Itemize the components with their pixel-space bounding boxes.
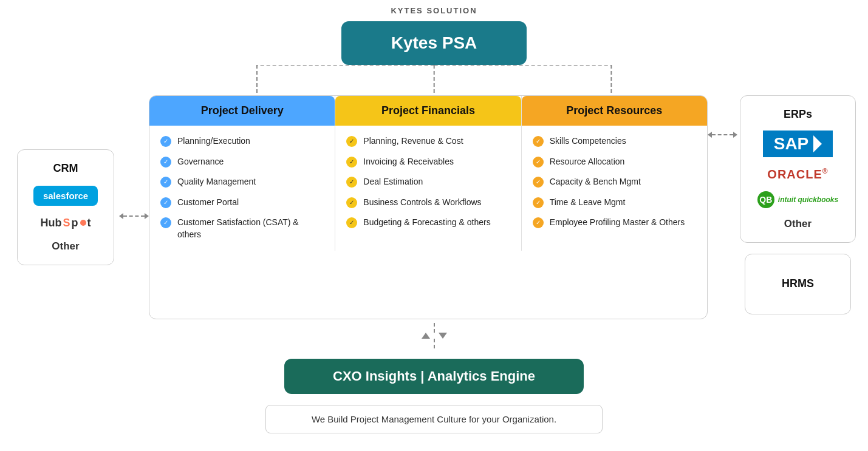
center-modules-box: Project Delivery ✓ Planning/Execution ✓ … bbox=[149, 95, 708, 319]
list-item: ✓ Budgeting & Forecasting & others bbox=[346, 217, 510, 229]
project-resources-header: Project Resources bbox=[522, 96, 707, 126]
list-item: ✓ Time & Leave Mgmt bbox=[533, 197, 696, 209]
project-delivery-items: ✓ Planning/Execution ✓ Governance ✓ Qual… bbox=[149, 126, 335, 251]
list-item: ✓ Skills Competencies bbox=[533, 135, 696, 148]
sap-logo: SAP bbox=[763, 131, 833, 157]
sap-chevron-icon bbox=[813, 135, 822, 152]
arrow-right-icon bbox=[733, 132, 737, 138]
erp-title: ERPs bbox=[784, 108, 812, 121]
list-item: ✓ Planning/Execution bbox=[160, 135, 324, 148]
list-item: ✓ Capacity & Bench Mgmt bbox=[533, 176, 696, 188]
check-icon: ✓ bbox=[533, 177, 544, 188]
check-icon: ✓ bbox=[533, 197, 544, 208]
check-icon: ✓ bbox=[160, 197, 171, 208]
arrow-down-icon bbox=[439, 333, 447, 339]
page-title: KYTES SOLUTION bbox=[391, 6, 477, 15]
check-icon: ✓ bbox=[533, 157, 544, 168]
crm-arrow bbox=[119, 213, 149, 219]
connector-svg bbox=[181, 65, 687, 95]
bottom-section: CXO Insights | Analytics Engine We Build… bbox=[223, 319, 645, 433]
quickbooks-icon: QB bbox=[757, 191, 774, 208]
list-item: ✓ Employee Profiling Master & Others bbox=[533, 217, 696, 229]
arrow-left-icon bbox=[119, 213, 123, 219]
project-financials-header: Project Financials bbox=[335, 96, 521, 126]
salesforce-logo: salesforce bbox=[33, 186, 98, 206]
top-connectors bbox=[181, 65, 687, 95]
dashed-up-line bbox=[434, 323, 435, 333]
arrow-left-icon bbox=[708, 132, 712, 138]
project-financials-col: Project Financials ✓ Planning, Revenue &… bbox=[335, 96, 521, 251]
bottom-arrows bbox=[422, 319, 447, 353]
project-delivery-header: Project Delivery bbox=[149, 96, 335, 126]
arrow-right-icon bbox=[145, 213, 149, 219]
erp-other: Other bbox=[784, 218, 812, 230]
psa-box: Kytes PSA bbox=[341, 21, 527, 65]
list-item: ✓ Invoicing & Receivables bbox=[346, 156, 510, 168]
hrms-title: HRMS bbox=[782, 277, 814, 290]
hubspot-logo: HubSpt bbox=[40, 217, 91, 229]
full-layout: KYTES SOLUTION Kytes PSA CRM salesforce bbox=[12, 6, 856, 433]
project-resources-col: Project Resources ✓ Skills Competencies … bbox=[522, 96, 707, 251]
list-item: ✓ Deal Estimation bbox=[346, 176, 510, 188]
tagline-box: We Build Project Management Culture for … bbox=[265, 405, 603, 433]
mid-layout: CRM salesforce HubSpt Other bbox=[12, 95, 856, 319]
erp-card: ERPs SAP ORACLE® QB intuit quickbooks bbox=[740, 95, 856, 243]
check-icon: ✓ bbox=[533, 217, 544, 228]
list-item: ✓ Governance bbox=[160, 156, 324, 168]
check-icon: ✓ bbox=[160, 217, 171, 228]
project-delivery-col: Project Delivery ✓ Planning/Execution ✓ … bbox=[149, 96, 335, 251]
list-item: ✓ Quality Management bbox=[160, 176, 324, 188]
crm-title: CRM bbox=[53, 162, 78, 175]
list-item: ✓ Customer Portal bbox=[160, 197, 324, 209]
check-icon: ✓ bbox=[346, 217, 357, 228]
check-icon: ✓ bbox=[346, 177, 357, 188]
project-financials-items: ✓ Planning, Revenue & Cost ✓ Invoicing &… bbox=[335, 126, 521, 239]
check-icon: ✓ bbox=[160, 157, 171, 168]
list-item: ✓ Customer Satisfaction (CSAT) & others bbox=[160, 217, 324, 240]
check-icon: ✓ bbox=[346, 136, 357, 147]
crm-other: Other bbox=[52, 240, 79, 253]
cxo-box: CXO Insights | Analytics Engine bbox=[284, 359, 584, 394]
center-box-inner: Project Delivery ✓ Planning/Execution ✓ … bbox=[149, 96, 707, 251]
right-section: ERPs SAP ORACLE® QB intuit quickbooks bbox=[708, 95, 856, 319]
oracle-logo: ORACLE® bbox=[767, 167, 828, 181]
list-item: ✓ Planning, Revenue & Cost bbox=[346, 135, 510, 148]
list-item: ✓ Business Controls & Workflows bbox=[346, 197, 510, 209]
check-icon: ✓ bbox=[346, 157, 357, 168]
erp-arrow bbox=[708, 132, 737, 138]
check-icon: ✓ bbox=[346, 197, 357, 208]
check-icon: ✓ bbox=[160, 136, 171, 147]
crm-card: CRM salesforce HubSpt Other bbox=[17, 149, 114, 265]
arrow-up-icon bbox=[422, 333, 430, 339]
hubspot-dot bbox=[80, 220, 86, 226]
check-icon: ✓ bbox=[533, 136, 544, 147]
check-icon: ✓ bbox=[160, 177, 171, 188]
list-item: ✓ Resource Allocation bbox=[533, 156, 696, 168]
dashed-down-line bbox=[434, 339, 435, 348]
hrms-card: HRMS bbox=[745, 254, 851, 314]
project-resources-items: ✓ Skills Competencies ✓ Resource Allocat… bbox=[522, 126, 707, 239]
crm-section: CRM salesforce HubSpt Other bbox=[12, 95, 149, 319]
quickbooks-logo: QB intuit quickbooks bbox=[757, 191, 838, 208]
right-cards: ERPs SAP ORACLE® QB intuit quickbooks bbox=[740, 95, 856, 319]
